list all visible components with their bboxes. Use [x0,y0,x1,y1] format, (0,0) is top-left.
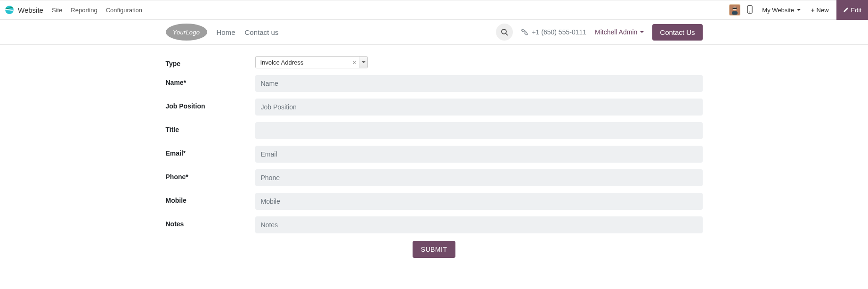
phone-block: +1 (650) 555-0111 [521,28,586,36]
topbar-menu-reporting[interactable]: Reporting [71,7,97,14]
phone-input[interactable] [255,169,703,186]
submit-button[interactable]: SUBMIT [413,241,456,258]
site-header: YourLogo Home Contact us +1 (650) 555-01… [0,20,868,45]
new-label: New [817,7,829,14]
user-avatar-icon[interactable] [729,4,740,16]
phone-number: +1 (650) 555-0111 [532,28,586,36]
nav-home[interactable]: Home [217,28,235,36]
caret-down-icon [362,61,365,63]
app-name: Website [18,6,43,14]
label-title: Title [166,122,255,133]
svg-rect-3 [732,11,738,15]
label-job-position: Job Position [166,99,255,110]
form-row-job-position: Job Position [166,99,703,116]
form-row-phone: Phone* [166,169,703,186]
label-phone: Phone* [166,169,255,181]
label-email: Email* [166,146,255,157]
site-logo[interactable]: YourLogo [166,24,207,41]
mobile-preview-icon[interactable] [744,5,755,15]
new-button[interactable]: + New [807,7,833,14]
app-globe-icon [5,5,14,15]
site-nav: Home Contact us [217,28,279,36]
phone-icon [521,29,528,35]
svg-point-6 [749,11,750,12]
type-select-clear[interactable]: × [350,57,359,68]
contact-form: Type Invoice Address × Name* Job Positio… [166,45,703,272]
caret-down-icon [640,31,644,33]
plus-icon: + [811,7,815,14]
label-name: Name* [166,75,255,86]
form-row-title: Title [166,122,703,139]
label-mobile: Mobile [166,193,255,204]
type-select[interactable]: Invoice Address × [255,56,368,68]
edit-label: Edit [851,7,861,14]
type-select-caret[interactable] [359,57,367,68]
type-select-value: Invoice Address [256,57,350,68]
label-notes: Notes [166,216,255,228]
form-row-type: Type Invoice Address × [166,56,703,68]
svg-rect-4 [733,8,737,9]
notes-input[interactable] [255,216,703,233]
user-menu[interactable]: Mitchell Admin [595,28,644,36]
top-bar: Website Site Reporting Configuration My … [0,0,868,20]
edit-button[interactable]: Edit [836,0,868,20]
form-row-name: Name* [166,75,703,92]
top-bar-right: My Website + New Edit [729,0,864,20]
app-brand[interactable]: Website [5,5,43,15]
control-type: Invoice Address × [255,56,703,68]
my-website-label: My Website [762,7,794,14]
topbar-menu-configuration[interactable]: Configuration [106,7,142,14]
site-logo-text: YourLogo [173,29,200,36]
search-button[interactable] [496,24,513,41]
site-header-right: +1 (650) 555-0111 Mitchell Admin Contact… [496,24,702,41]
svg-point-7 [502,29,506,34]
form-row-mobile: Mobile [166,193,703,210]
contact-us-button[interactable]: Contact Us [652,24,702,41]
title-input[interactable] [255,122,703,139]
top-bar-left: Website Site Reporting Configuration [5,5,142,15]
svg-line-8 [506,33,508,35]
job-position-input[interactable] [255,99,703,116]
topbar-menu-site[interactable]: Site [52,7,62,14]
user-name: Mitchell Admin [595,28,637,36]
submit-row: SUBMIT [166,241,703,258]
my-website-dropdown[interactable]: My Website [759,7,803,14]
label-type: Type [166,56,255,67]
name-input[interactable] [255,75,703,92]
email-input[interactable] [255,146,703,163]
site-header-inner: YourLogo Home Contact us +1 (650) 555-01… [166,20,703,44]
search-icon [501,28,508,36]
form-row-email: Email* [166,146,703,163]
mobile-input[interactable] [255,193,703,210]
caret-down-icon [797,9,801,11]
nav-contact-us[interactable]: Contact us [245,28,279,36]
form-row-notes: Notes [166,216,703,233]
pencil-icon [843,7,849,13]
